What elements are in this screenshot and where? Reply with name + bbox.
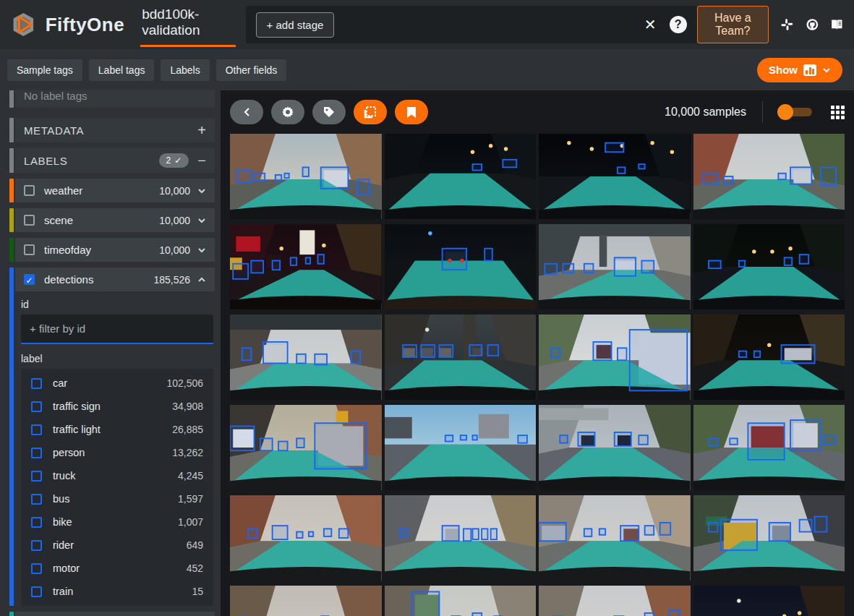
sidebar-field-polylines[interactable]: ✓ polylines 93,711: [9, 612, 215, 616]
labels-section[interactable]: LABELS 2✓ −: [9, 148, 215, 173]
patches-button[interactable]: [354, 100, 387, 124]
sample-image[interactable]: [230, 134, 382, 219]
sample-image[interactable]: [539, 405, 691, 490]
sample-image[interactable]: [385, 495, 537, 581]
labels-collapse-icon[interactable]: −: [197, 153, 206, 169]
chevron-icon[interactable]: [197, 218, 206, 223]
close-icon[interactable]: ✕: [644, 16, 657, 33]
metadata-expand-icon[interactable]: +: [197, 122, 206, 139]
sample-image[interactable]: [230, 495, 382, 581]
chevron-icon[interactable]: [197, 277, 206, 283]
help-icon[interactable]: ?: [670, 16, 687, 33]
class-checkbox[interactable]: [31, 540, 42, 551]
detections-filter-panel: id label car 102,506 traffic sign 34,908…: [15, 291, 215, 606]
sample-image[interactable]: [230, 315, 382, 400]
stage-search-bar[interactable]: + add stage ✕ ?: [246, 6, 697, 43]
sample-image[interactable]: [539, 315, 691, 400]
add-stage-button[interactable]: + add stage: [256, 12, 335, 38]
class-count: 4,245: [178, 470, 203, 482]
sample-image[interactable]: [385, 134, 537, 219]
sample-image[interactable]: [539, 586, 691, 616]
sample-image[interactable]: [230, 405, 382, 490]
bookmark-button[interactable]: [395, 100, 428, 124]
sidebar-field-timeofday[interactable]: timeofday 10,000: [9, 238, 215, 262]
class-row-rider[interactable]: rider 649: [21, 534, 213, 557]
metadata-accent: [9, 118, 14, 142]
field-accent-bar: [9, 612, 14, 616]
sample-grid-area: 10,000 samples: [221, 90, 854, 616]
class-checkbox[interactable]: [31, 586, 42, 597]
field-accent-bar: [9, 238, 14, 262]
sample-image[interactable]: [693, 586, 845, 616]
docs-book-icon[interactable]: [830, 15, 844, 34]
sample-image[interactable]: [385, 315, 537, 400]
class-row-bike[interactable]: bike 1,007: [21, 510, 213, 534]
show-dropdown-button[interactable]: Show: [757, 58, 842, 82]
field-tab-labels[interactable]: Labels: [161, 59, 209, 81]
class-checkbox[interactable]: [31, 401, 42, 412]
sidebar-field-scene[interactable]: scene 10,000: [9, 208, 215, 232]
field-checkbox[interactable]: [24, 185, 35, 196]
class-checkbox[interactable]: [31, 424, 42, 435]
sample-image[interactable]: [230, 224, 382, 309]
tag-samples-button[interactable]: [312, 100, 346, 124]
class-checkbox[interactable]: [31, 494, 42, 505]
chevron-icon[interactable]: [197, 188, 206, 194]
back-button[interactable]: [230, 100, 263, 124]
slider-knob[interactable]: [777, 104, 793, 120]
class-name: bike: [53, 516, 72, 528]
field-tab-label-tags[interactable]: Label tags: [89, 59, 155, 81]
no-label-tags-accent: [9, 90, 14, 108]
metadata-section[interactable]: METADATA +: [9, 118, 215, 142]
class-row-truck[interactable]: truck 4,245: [21, 464, 213, 487]
class-row-traffic-light[interactable]: traffic light 26,885: [21, 418, 213, 441]
filter-by-id-input[interactable]: [21, 315, 213, 344]
slack-icon[interactable]: [780, 15, 794, 34]
sample-image[interactable]: [693, 224, 845, 309]
class-count: 13,262: [172, 447, 203, 458]
sample-image[interactable]: [230, 586, 382, 616]
field-count: 10,000: [159, 185, 190, 197]
dataset-name[interactable]: bdd100k-validation: [140, 2, 235, 47]
sample-image[interactable]: [539, 495, 691, 581]
top-bar: FiftyOne bdd100k-validation + add stage …: [0, 0, 854, 49]
class-name: traffic sign: [53, 401, 101, 412]
sample-image[interactable]: [539, 134, 691, 219]
class-checkbox[interactable]: [31, 471, 42, 482]
chevron-icon[interactable]: [197, 247, 206, 253]
grid-size-slider[interactable]: [779, 108, 812, 116]
class-row-train[interactable]: train 15: [21, 580, 213, 603]
sample-image[interactable]: [539, 224, 691, 309]
class-row-bus[interactable]: bus 1,597: [21, 487, 213, 510]
field-checkbox[interactable]: [24, 215, 35, 226]
grid-view-icon[interactable]: [831, 106, 845, 119]
sample-image[interactable]: [385, 586, 537, 616]
sample-image[interactable]: [385, 224, 537, 309]
sample-image[interactable]: [693, 315, 845, 400]
field-checkbox[interactable]: [24, 244, 35, 255]
sample-image[interactable]: [693, 134, 845, 219]
class-name: bus: [53, 493, 69, 505]
sidebar-field-weather[interactable]: weather 10,000: [9, 179, 215, 202]
class-checkbox[interactable]: [31, 378, 42, 389]
sample-image[interactable]: [385, 405, 537, 490]
github-icon[interactable]: [806, 15, 819, 34]
class-row-person[interactable]: person 13,262: [21, 441, 213, 464]
class-checkbox[interactable]: [31, 448, 42, 458]
field-checkbox[interactable]: ✓: [24, 274, 35, 285]
class-row-motor[interactable]: motor 452: [21, 557, 213, 580]
class-checkbox[interactable]: [31, 517, 42, 528]
settings-button[interactable]: [271, 100, 304, 124]
field-tabs-bar: Sample tagsLabel tagsLabelsOther fields …: [0, 49, 854, 90]
field-tab-sample-tags[interactable]: Sample tags: [7, 59, 82, 81]
field-tab-other-fields[interactable]: Other fields: [216, 59, 287, 81]
sample-image[interactable]: [693, 405, 845, 490]
sample-image[interactable]: [693, 495, 845, 581]
class-row-car[interactable]: car 102,506: [21, 372, 213, 395]
labels-count-badge: 2✓: [159, 153, 189, 168]
field-name: timeofday: [44, 244, 91, 256]
class-checkbox[interactable]: [31, 563, 42, 574]
sidebar-field-detections[interactable]: ✓ detections 185,526 id label car 102,50…: [9, 268, 215, 606]
have-a-team-button[interactable]: Have a Team?: [697, 6, 769, 43]
class-row-traffic-sign[interactable]: traffic sign 34,908: [21, 395, 213, 418]
